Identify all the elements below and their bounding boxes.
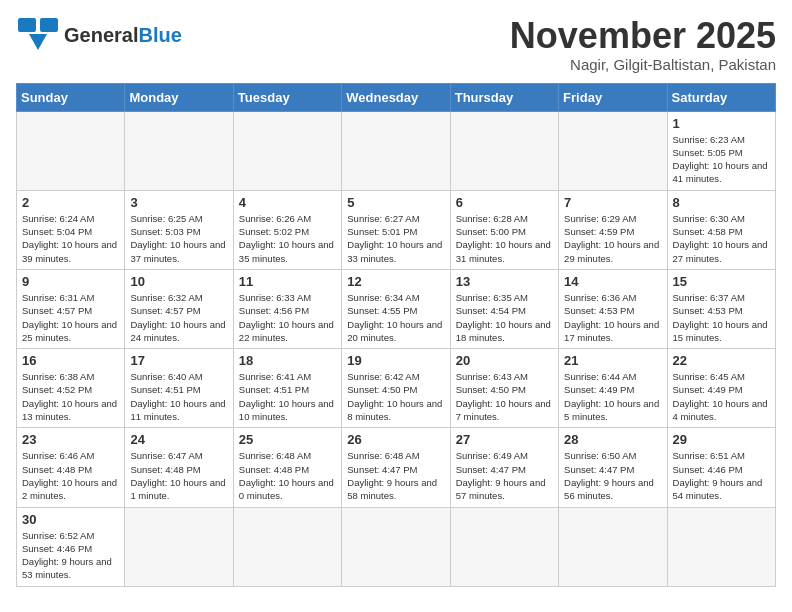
calendar-cell: 27Sunrise: 6:49 AM Sunset: 4:47 PM Dayli… [450,428,558,507]
page-header: GeneralBlue November 2025 Nagir, Gilgit-… [16,16,776,73]
weekday-header-wednesday: Wednesday [342,83,450,111]
calendar-cell: 20Sunrise: 6:43 AM Sunset: 4:50 PM Dayli… [450,349,558,428]
logo-general-text: General [64,24,138,46]
calendar-cell: 21Sunrise: 6:44 AM Sunset: 4:49 PM Dayli… [559,349,667,428]
day-number: 18 [239,353,337,368]
day-info: Sunrise: 6:28 AM Sunset: 5:00 PM Dayligh… [456,212,554,265]
day-number: 29 [673,432,771,447]
calendar-cell: 3Sunrise: 6:25 AM Sunset: 5:03 PM Daylig… [125,190,233,269]
day-info: Sunrise: 6:49 AM Sunset: 4:47 PM Dayligh… [456,449,554,502]
calendar-cell [233,507,341,586]
calendar-cell: 19Sunrise: 6:42 AM Sunset: 4:50 PM Dayli… [342,349,450,428]
day-info: Sunrise: 6:32 AM Sunset: 4:57 PM Dayligh… [130,291,228,344]
day-info: Sunrise: 6:48 AM Sunset: 4:48 PM Dayligh… [239,449,337,502]
calendar-cell [559,111,667,190]
calendar-cell [125,111,233,190]
month-title: November 2025 [510,16,776,56]
day-number: 3 [130,195,228,210]
day-number: 13 [456,274,554,289]
calendar-cell: 29Sunrise: 6:51 AM Sunset: 4:46 PM Dayli… [667,428,775,507]
day-info: Sunrise: 6:38 AM Sunset: 4:52 PM Dayligh… [22,370,120,423]
day-info: Sunrise: 6:46 AM Sunset: 4:48 PM Dayligh… [22,449,120,502]
day-info: Sunrise: 6:52 AM Sunset: 4:46 PM Dayligh… [22,529,120,582]
day-info: Sunrise: 6:48 AM Sunset: 4:47 PM Dayligh… [347,449,445,502]
day-number: 20 [456,353,554,368]
day-info: Sunrise: 6:37 AM Sunset: 4:53 PM Dayligh… [673,291,771,344]
calendar-cell: 28Sunrise: 6:50 AM Sunset: 4:47 PM Dayli… [559,428,667,507]
calendar-cell: 9Sunrise: 6:31 AM Sunset: 4:57 PM Daylig… [17,269,125,348]
day-info: Sunrise: 6:42 AM Sunset: 4:50 PM Dayligh… [347,370,445,423]
day-number: 16 [22,353,120,368]
day-number: 1 [673,116,771,131]
calendar-cell: 14Sunrise: 6:36 AM Sunset: 4:53 PM Dayli… [559,269,667,348]
logo-icon [16,16,60,54]
day-number: 2 [22,195,120,210]
calendar-cell: 10Sunrise: 6:32 AM Sunset: 4:57 PM Dayli… [125,269,233,348]
day-info: Sunrise: 6:44 AM Sunset: 4:49 PM Dayligh… [564,370,662,423]
calendar-cell: 12Sunrise: 6:34 AM Sunset: 4:55 PM Dayli… [342,269,450,348]
day-info: Sunrise: 6:26 AM Sunset: 5:02 PM Dayligh… [239,212,337,265]
day-number: 6 [456,195,554,210]
day-info: Sunrise: 6:35 AM Sunset: 4:54 PM Dayligh… [456,291,554,344]
svg-rect-0 [18,18,36,32]
calendar-cell: 1Sunrise: 6:23 AM Sunset: 5:05 PM Daylig… [667,111,775,190]
calendar-table: SundayMondayTuesdayWednesdayThursdayFrid… [16,83,776,587]
day-info: Sunrise: 6:23 AM Sunset: 5:05 PM Dayligh… [673,133,771,186]
calendar-cell: 4Sunrise: 6:26 AM Sunset: 5:02 PM Daylig… [233,190,341,269]
day-info: Sunrise: 6:41 AM Sunset: 4:51 PM Dayligh… [239,370,337,423]
calendar-week-5: 23Sunrise: 6:46 AM Sunset: 4:48 PM Dayli… [17,428,776,507]
logo: GeneralBlue [16,16,182,54]
calendar-cell [450,111,558,190]
calendar-cell: 6Sunrise: 6:28 AM Sunset: 5:00 PM Daylig… [450,190,558,269]
calendar-cell [17,111,125,190]
svg-rect-1 [40,18,58,32]
title-area: November 2025 Nagir, Gilgit-Baltistan, P… [510,16,776,73]
day-number: 14 [564,274,662,289]
day-number: 25 [239,432,337,447]
day-info: Sunrise: 6:31 AM Sunset: 4:57 PM Dayligh… [22,291,120,344]
calendar-cell: 7Sunrise: 6:29 AM Sunset: 4:59 PM Daylig… [559,190,667,269]
location-title: Nagir, Gilgit-Baltistan, Pakistan [510,56,776,73]
calendar-cell [125,507,233,586]
calendar-cell: 5Sunrise: 6:27 AM Sunset: 5:01 PM Daylig… [342,190,450,269]
day-number: 27 [456,432,554,447]
weekday-header-monday: Monday [125,83,233,111]
day-info: Sunrise: 6:30 AM Sunset: 4:58 PM Dayligh… [673,212,771,265]
calendar-cell [450,507,558,586]
calendar-cell: 16Sunrise: 6:38 AM Sunset: 4:52 PM Dayli… [17,349,125,428]
day-number: 15 [673,274,771,289]
calendar-cell: 13Sunrise: 6:35 AM Sunset: 4:54 PM Dayli… [450,269,558,348]
weekday-header-tuesday: Tuesday [233,83,341,111]
calendar-cell: 17Sunrise: 6:40 AM Sunset: 4:51 PM Dayli… [125,349,233,428]
calendar-cell [233,111,341,190]
calendar-week-3: 9Sunrise: 6:31 AM Sunset: 4:57 PM Daylig… [17,269,776,348]
weekday-header-saturday: Saturday [667,83,775,111]
day-info: Sunrise: 6:33 AM Sunset: 4:56 PM Dayligh… [239,291,337,344]
day-number: 30 [22,512,120,527]
weekday-header-friday: Friday [559,83,667,111]
weekday-header-thursday: Thursday [450,83,558,111]
day-number: 10 [130,274,228,289]
day-number: 11 [239,274,337,289]
day-info: Sunrise: 6:47 AM Sunset: 4:48 PM Dayligh… [130,449,228,502]
calendar-cell: 15Sunrise: 6:37 AM Sunset: 4:53 PM Dayli… [667,269,775,348]
calendar-cell: 25Sunrise: 6:48 AM Sunset: 4:48 PM Dayli… [233,428,341,507]
calendar-week-1: 1Sunrise: 6:23 AM Sunset: 5:05 PM Daylig… [17,111,776,190]
day-number: 21 [564,353,662,368]
calendar-week-4: 16Sunrise: 6:38 AM Sunset: 4:52 PM Dayli… [17,349,776,428]
calendar-cell [342,111,450,190]
calendar-cell [559,507,667,586]
day-info: Sunrise: 6:51 AM Sunset: 4:46 PM Dayligh… [673,449,771,502]
day-info: Sunrise: 6:29 AM Sunset: 4:59 PM Dayligh… [564,212,662,265]
day-number: 23 [22,432,120,447]
calendar-cell: 24Sunrise: 6:47 AM Sunset: 4:48 PM Dayli… [125,428,233,507]
calendar-cell [667,507,775,586]
weekday-header-sunday: Sunday [17,83,125,111]
calendar-cell: 2Sunrise: 6:24 AM Sunset: 5:04 PM Daylig… [17,190,125,269]
day-number: 5 [347,195,445,210]
day-info: Sunrise: 6:43 AM Sunset: 4:50 PM Dayligh… [456,370,554,423]
weekday-header-row: SundayMondayTuesdayWednesdayThursdayFrid… [17,83,776,111]
calendar-week-6: 30Sunrise: 6:52 AM Sunset: 4:46 PM Dayli… [17,507,776,586]
day-info: Sunrise: 6:40 AM Sunset: 4:51 PM Dayligh… [130,370,228,423]
day-number: 9 [22,274,120,289]
